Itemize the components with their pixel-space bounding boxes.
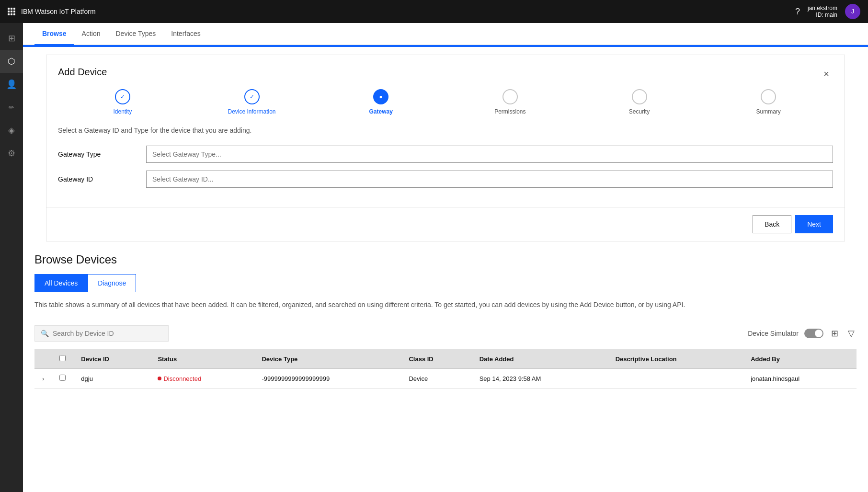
- tab-action[interactable]: Action: [74, 23, 108, 45]
- col-date-added: Date Added: [472, 349, 608, 369]
- search-icon: 🔍: [41, 330, 49, 337]
- modal-footer: Back Next: [46, 207, 845, 241]
- col-added-by: Added By: [743, 349, 857, 369]
- users-icon: 👤: [6, 79, 17, 90]
- user-info: jan.ekstrom ID: main: [808, 5, 837, 18]
- search-box[interactable]: 🔍: [34, 325, 169, 342]
- stepper-label-security: Security: [629, 108, 650, 115]
- table-header: Device ID Status Device Type Class ID Da…: [34, 349, 857, 369]
- stepper-label-summary: Summary: [756, 108, 781, 115]
- add-device-modal: Add Device × ✓ Identity ✓ Device Informa…: [46, 55, 845, 241]
- form-description: Select a Gateway ID and Type for the dev…: [58, 126, 833, 134]
- tab-diagnose[interactable]: Diagnose: [88, 274, 136, 292]
- row-checkbox[interactable]: [59, 375, 66, 381]
- devices-table: Device ID Status Device Type Class ID Da…: [34, 349, 857, 389]
- status-dot: [158, 377, 161, 380]
- app-title: IBM Watson IoT Platform: [21, 8, 96, 15]
- modal-close-button[interactable]: ×: [820, 67, 833, 81]
- device-type-cell: -9999999999999999999: [254, 369, 401, 389]
- user-name: jan.ekstrom: [808, 5, 837, 11]
- gateway-type-row: Gateway Type: [58, 146, 833, 163]
- device-id-cell: dgju: [73, 369, 150, 389]
- stepper-label-device-info: Device Information: [228, 108, 275, 115]
- stepper-label-gateway: Gateway: [369, 108, 393, 115]
- apps-icon: ⊞: [8, 33, 15, 44]
- sidebar-item-settings[interactable]: ⚙: [0, 142, 23, 165]
- stepper-label-identity: Identity: [113, 108, 132, 115]
- modal-title: Add Device: [58, 67, 107, 78]
- browse-section: Browse Devices All Devices Diagnose This…: [23, 241, 868, 400]
- topbar: IBM Watson IoT Platform ? jan.ekstrom ID…: [0, 0, 868, 23]
- settings-icon: ⚙: [8, 148, 15, 159]
- main-content: Browse Action Device Types Interfaces Ad…: [23, 23, 868, 492]
- checkbox-col-header: [52, 349, 73, 369]
- stepper-circle-security: [632, 89, 647, 104]
- sidebar: ⊞ ⬡ 👤 ✏ ◈ ⚙: [0, 23, 23, 492]
- device-simulator-toggle[interactable]: [804, 329, 823, 338]
- gateway-type-input[interactable]: [146, 146, 833, 163]
- select-all-checkbox[interactable]: [59, 355, 66, 361]
- stepper-label-permissions: Permissions: [494, 108, 525, 115]
- stepper-circle-summary: [761, 89, 776, 104]
- date-added-cell: Sep 14, 2023 9:58 AM: [472, 369, 608, 389]
- tab-browse[interactable]: Browse: [34, 23, 74, 45]
- expand-col-header: [34, 349, 52, 369]
- browse-description: This table shows a summary of all device…: [34, 300, 857, 310]
- expand-cell[interactable]: ›: [34, 369, 52, 389]
- sidebar-item-apps[interactable]: ⊞: [0, 27, 23, 50]
- columns-icon[interactable]: ⊞: [829, 326, 840, 341]
- table-controls: 🔍 Device Simulator ⊞ ▽: [34, 321, 857, 345]
- stepper: ✓ Identity ✓ Device Information ● Gatewa…: [46, 89, 845, 126]
- topbar-right: ? jan.ekstrom ID: main J: [795, 4, 860, 19]
- status-cell: Disconnected: [150, 369, 254, 389]
- search-input[interactable]: [53, 330, 162, 337]
- sidebar-item-devices[interactable]: ⬡: [0, 50, 23, 73]
- gateway-id-row: Gateway ID: [58, 171, 833, 188]
- descriptive-location-cell: [608, 369, 743, 389]
- avatar[interactable]: J: [845, 4, 860, 19]
- stepper-gateway: ● Gateway: [316, 89, 445, 115]
- stepper-summary: Summary: [704, 89, 833, 115]
- stepper-identity: ✓ Identity: [58, 89, 187, 115]
- help-icon[interactable]: ?: [795, 7, 800, 17]
- main-tabs: Browse Action Device Types Interfaces: [23, 23, 868, 45]
- checkbox-cell[interactable]: [52, 369, 73, 389]
- toggle-knob: [815, 330, 822, 337]
- sidebar-item-edit[interactable]: ✏: [0, 96, 23, 119]
- grid-icon[interactable]: [8, 8, 15, 15]
- stepper-circle-permissions: [503, 89, 518, 104]
- stepper-circle-identity: ✓: [115, 89, 130, 104]
- col-class-id: Class ID: [401, 349, 471, 369]
- gateway-id-input[interactable]: [146, 171, 833, 188]
- gateway-type-label: Gateway Type: [58, 146, 135, 158]
- col-device-type: Device Type: [254, 349, 401, 369]
- user-id: ID: main: [808, 11, 837, 18]
- browse-title: Browse Devices: [34, 253, 857, 266]
- table-row: › dgju Disconnected -9999999999999999999…: [34, 369, 857, 389]
- sidebar-item-rules[interactable]: ◈: [0, 119, 23, 142]
- col-descriptive-location: Descriptive Location: [608, 349, 743, 369]
- added-by-cell: jonatan.hindsgaul: [743, 369, 857, 389]
- next-button[interactable]: Next: [795, 215, 833, 233]
- modal-header: Add Device ×: [46, 55, 845, 89]
- class-id-cell: Device: [401, 369, 471, 389]
- modal-area: Add Device × ✓ Identity ✓ Device Informa…: [23, 47, 868, 241]
- stepper-circle-gateway: ●: [373, 89, 388, 104]
- back-button[interactable]: Back: [753, 215, 791, 233]
- filter-icon[interactable]: ▽: [846, 326, 857, 341]
- status-disconnected: Disconnected: [158, 375, 246, 382]
- stepper-security: Security: [575, 89, 704, 115]
- tab-all-devices[interactable]: All Devices: [34, 274, 88, 292]
- tab-interfaces[interactable]: Interfaces: [163, 23, 208, 45]
- device-simulator-label: Device Simulator: [748, 330, 799, 337]
- table-body: › dgju Disconnected -9999999999999999999…: [34, 369, 857, 389]
- devices-icon: ⬡: [8, 56, 15, 67]
- stepper-permissions: Permissions: [445, 89, 575, 115]
- stepper-device-info: ✓ Device Information: [187, 89, 317, 115]
- rules-icon: ◈: [8, 125, 15, 136]
- browse-toggle-tabs: All Devices Diagnose: [34, 274, 857, 292]
- edit-icon: ✏: [9, 103, 14, 111]
- sidebar-item-users[interactable]: 👤: [0, 73, 23, 96]
- tab-device-types[interactable]: Device Types: [108, 23, 164, 45]
- topbar-left: IBM Watson IoT Platform: [8, 8, 96, 15]
